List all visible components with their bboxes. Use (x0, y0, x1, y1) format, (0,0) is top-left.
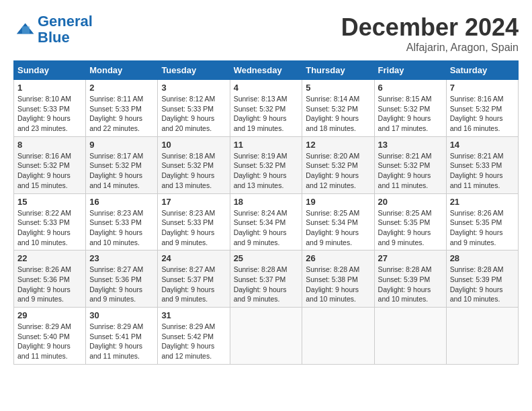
calendar-cell: 4 Sunrise: 8:13 AM Sunset: 5:32 PM Dayli… (230, 80, 302, 137)
sunset-label: Sunset: 5:32 PM (17, 161, 70, 169)
day-header-saturday: Saturday (446, 61, 518, 80)
sunrise-label: Sunrise: 8:15 AM (378, 95, 432, 103)
sunrise-label: Sunrise: 8:28 AM (378, 265, 432, 273)
calendar-cell: 14 Sunrise: 8:21 AM Sunset: 5:33 PM Dayl… (446, 136, 518, 193)
sunrise-label: Sunrise: 8:10 AM (17, 95, 71, 103)
day-info: Sunrise: 8:16 AM Sunset: 5:32 PM Dayligh… (450, 94, 515, 134)
sunrise-label: Sunrise: 8:25 AM (306, 209, 359, 217)
sunrise-label: Sunrise: 8:22 AM (17, 209, 71, 217)
sunset-label: Sunset: 5:42 PM (161, 332, 214, 340)
sunset-label: Sunset: 5:33 PM (161, 105, 214, 113)
calendar-cell: 11 Sunrise: 8:19 AM Sunset: 5:32 PM Dayl… (230, 136, 302, 193)
sunrise-label: Sunrise: 8:17 AM (89, 152, 143, 160)
daylight-label: Daylight: 9 hours and 9 minutes. (234, 285, 287, 304)
sunset-label: Sunset: 5:32 PM (306, 105, 358, 113)
calendar-cell: 3 Sunrise: 8:12 AM Sunset: 5:33 PM Dayli… (158, 80, 230, 137)
daylight-label: Daylight: 9 hours and 9 minutes. (378, 228, 431, 246)
day-info: Sunrise: 8:25 AM Sunset: 5:35 PM Dayligh… (378, 208, 443, 248)
daylight-label: Daylight: 9 hours and 14 minutes. (89, 171, 142, 189)
sunrise-label: Sunrise: 8:26 AM (17, 265, 71, 273)
sunset-label: Sunset: 5:39 PM (450, 275, 502, 283)
day-info: Sunrise: 8:23 AM Sunset: 5:33 PM Dayligh… (89, 208, 154, 248)
calendar-week-2: 8 Sunrise: 8:16 AM Sunset: 5:32 PM Dayli… (14, 136, 519, 193)
calendar-cell: 15 Sunrise: 8:22 AM Sunset: 5:33 PM Dayl… (14, 193, 86, 250)
day-number: 3 (161, 83, 226, 93)
calendar-cell: 5 Sunrise: 8:14 AM Sunset: 5:32 PM Dayli… (302, 80, 374, 137)
sunset-label: Sunset: 5:37 PM (234, 275, 286, 283)
calendar-week-1: 1 Sunrise: 8:10 AM Sunset: 5:33 PM Dayli… (14, 80, 519, 137)
day-info: Sunrise: 8:28 AM Sunset: 5:38 PM Dayligh… (306, 265, 370, 304)
header: General Blue December 2024 Alfajarin, Ar… (13, 13, 519, 54)
day-number: 27 (378, 253, 443, 263)
day-info: Sunrise: 8:21 AM Sunset: 5:33 PM Dayligh… (450, 151, 515, 191)
day-info: Sunrise: 8:14 AM Sunset: 5:32 PM Dayligh… (306, 94, 370, 134)
sunset-label: Sunset: 5:39 PM (378, 275, 431, 283)
daylight-label: Daylight: 9 hours and 9 minutes. (89, 285, 142, 304)
day-info: Sunrise: 8:28 AM Sunset: 5:39 PM Dayligh… (378, 265, 443, 304)
sunset-label: Sunset: 5:35 PM (450, 218, 502, 226)
day-number: 19 (306, 197, 370, 207)
day-info: Sunrise: 8:13 AM Sunset: 5:32 PM Dayligh… (234, 94, 299, 134)
day-info: Sunrise: 8:26 AM Sunset: 5:36 PM Dayligh… (17, 265, 82, 304)
day-info: Sunrise: 8:15 AM Sunset: 5:32 PM Dayligh… (378, 94, 443, 134)
sunrise-label: Sunrise: 8:23 AM (161, 209, 215, 217)
day-info: Sunrise: 8:22 AM Sunset: 5:33 PM Dayligh… (17, 208, 82, 248)
day-number: 8 (17, 140, 82, 150)
day-info: Sunrise: 8:29 AM Sunset: 5:42 PM Dayligh… (161, 322, 226, 361)
sunrise-label: Sunrise: 8:27 AM (161, 265, 215, 273)
sunset-label: Sunset: 5:34 PM (234, 218, 286, 226)
sunrise-label: Sunrise: 8:25 AM (378, 209, 432, 217)
calendar-cell (446, 308, 518, 365)
daylight-label: Daylight: 9 hours and 22 minutes. (89, 114, 142, 132)
day-number: 12 (306, 140, 370, 150)
sunrise-label: Sunrise: 8:29 AM (161, 322, 215, 330)
calendar-cell: 23 Sunrise: 8:27 AM Sunset: 5:36 PM Dayl… (86, 250, 158, 308)
sunset-label: Sunset: 5:32 PM (234, 161, 286, 169)
sunrise-label: Sunrise: 8:26 AM (450, 209, 504, 217)
calendar-cell: 27 Sunrise: 8:28 AM Sunset: 5:39 PM Dayl… (374, 250, 446, 308)
calendar-week-4: 22 Sunrise: 8:26 AM Sunset: 5:36 PM Dayl… (14, 250, 519, 308)
calendar-cell: 17 Sunrise: 8:23 AM Sunset: 5:33 PM Dayl… (158, 193, 230, 250)
sunrise-label: Sunrise: 8:23 AM (89, 209, 143, 217)
sunrise-label: Sunrise: 8:20 AM (306, 152, 359, 160)
day-number: 25 (234, 253, 299, 263)
day-info: Sunrise: 8:29 AM Sunset: 5:41 PM Dayligh… (89, 322, 154, 361)
sunset-label: Sunset: 5:33 PM (450, 161, 502, 169)
daylight-label: Daylight: 9 hours and 10 minutes. (89, 228, 142, 246)
calendar-cell: 18 Sunrise: 8:24 AM Sunset: 5:34 PM Dayl… (230, 193, 302, 250)
sunset-label: Sunset: 5:33 PM (17, 218, 70, 226)
location: Alfajarin, Aragon, Spain (341, 42, 519, 54)
sunrise-label: Sunrise: 8:12 AM (161, 95, 215, 103)
day-number: 23 (89, 253, 154, 263)
daylight-label: Daylight: 9 hours and 10 minutes. (306, 285, 359, 304)
calendar-cell: 26 Sunrise: 8:28 AM Sunset: 5:38 PM Dayl… (302, 250, 374, 308)
calendar-header-row: SundayMondayTuesdayWednesdayThursdayFrid… (14, 61, 519, 80)
day-info: Sunrise: 8:25 AM Sunset: 5:34 PM Dayligh… (306, 208, 370, 248)
day-number: 9 (89, 140, 154, 150)
day-number: 14 (450, 140, 515, 150)
calendar-cell: 9 Sunrise: 8:17 AM Sunset: 5:32 PM Dayli… (86, 136, 158, 193)
day-header-sunday: Sunday (14, 61, 86, 80)
day-number: 31 (161, 310, 226, 320)
daylight-label: Daylight: 9 hours and 9 minutes. (306, 228, 359, 246)
sunset-label: Sunset: 5:37 PM (161, 275, 214, 283)
calendar-table: SundayMondayTuesdayWednesdayThursdayFrid… (13, 60, 519, 365)
calendar-cell: 24 Sunrise: 8:27 AM Sunset: 5:37 PM Dayl… (158, 250, 230, 308)
day-number: 11 (234, 140, 299, 150)
day-number: 6 (378, 83, 443, 93)
calendar-cell: 13 Sunrise: 8:21 AM Sunset: 5:32 PM Dayl… (374, 136, 446, 193)
daylight-label: Daylight: 9 hours and 9 minutes. (234, 228, 287, 246)
calendar-cell: 28 Sunrise: 8:28 AM Sunset: 5:39 PM Dayl… (446, 250, 518, 308)
calendar-cell: 16 Sunrise: 8:23 AM Sunset: 5:33 PM Dayl… (86, 193, 158, 250)
day-number: 4 (234, 83, 299, 93)
sunset-label: Sunset: 5:32 PM (89, 161, 142, 169)
sunset-label: Sunset: 5:36 PM (17, 275, 70, 283)
sunset-label: Sunset: 5:41 PM (89, 332, 142, 340)
calendar-cell: 2 Sunrise: 8:11 AM Sunset: 5:33 PM Dayli… (86, 80, 158, 137)
sunrise-label: Sunrise: 8:14 AM (306, 95, 359, 103)
day-info: Sunrise: 8:10 AM Sunset: 5:33 PM Dayligh… (17, 94, 82, 134)
sunset-label: Sunset: 5:32 PM (378, 105, 431, 113)
day-info: Sunrise: 8:23 AM Sunset: 5:33 PM Dayligh… (161, 208, 226, 248)
logo-text: General Blue (38, 13, 93, 46)
sunrise-label: Sunrise: 8:18 AM (161, 152, 215, 160)
